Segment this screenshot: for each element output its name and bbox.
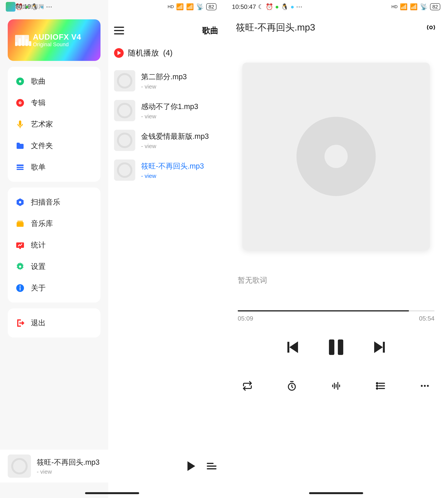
moon-icon: ☾ xyxy=(258,3,264,10)
cast-button[interactable] xyxy=(426,22,436,33)
qq-icon: 🐧 xyxy=(281,3,288,10)
disc-icon xyxy=(296,117,376,196)
equalizer-button[interactable] xyxy=(330,380,342,392)
more-icon: ⋯ xyxy=(46,3,52,10)
playback-controls xyxy=(224,339,448,355)
sidebar-item-label: 统计 xyxy=(31,240,46,250)
left-screenshot: 白羌资源网 10:50:19 ☾ ⏰ ● 🐧 ● ⋯ HD 📶 📶 📡 82 A… xyxy=(0,0,224,498)
queue-button[interactable] xyxy=(375,380,386,392)
more-icon: ⋯ xyxy=(296,3,302,10)
now-playing-title: 筱旺-不再回头.mp3 xyxy=(236,21,315,34)
next-button[interactable] xyxy=(374,341,385,353)
song-artist: - view xyxy=(141,143,218,149)
sidebar-item-label: 歌单 xyxy=(31,162,46,172)
svg-rect-16 xyxy=(20,287,20,290)
seek-bar[interactable] xyxy=(238,310,434,311)
watermark-text: 白羌资源网 xyxy=(16,3,44,10)
equalizer-icon xyxy=(15,34,31,46)
battery-level: 82 xyxy=(430,3,440,10)
gesture-bar xyxy=(85,492,139,494)
play-circle-icon xyxy=(114,48,124,58)
song-info: 感动不了你1.mp3- view xyxy=(141,102,218,120)
bottom-toolbar xyxy=(224,380,448,392)
sidebar-item-stats[interactable]: 统计 xyxy=(8,234,100,256)
sidebar-item-record[interactable]: 专辑 xyxy=(8,92,100,113)
sidebar-item-scan[interactable]: 扫描音乐 xyxy=(8,191,100,213)
stats-icon xyxy=(16,241,25,250)
signal-icon-2: 📶 xyxy=(410,3,418,10)
song-artist: - view xyxy=(141,83,218,90)
sidebar-item-info[interactable]: 关于 xyxy=(8,277,100,299)
menu-button[interactable] xyxy=(114,27,124,34)
sidebar-item-mic[interactable]: 艺术家 xyxy=(8,113,100,135)
more-button[interactable] xyxy=(419,380,431,392)
app-dot-icon: ● xyxy=(275,3,279,10)
shuffle-play-button[interactable]: 随机播放(4) xyxy=(108,36,224,66)
song-title: 感动不了你1.mp3 xyxy=(141,102,218,112)
sidebar-item-label: 歌曲 xyxy=(31,76,46,86)
audiofx-card[interactable]: AUDIOFX V4 Original Sound xyxy=(8,19,100,61)
sidebar-item-label: 设置 xyxy=(31,262,46,272)
wifi-icon: 📡 xyxy=(420,3,428,10)
signal-icon: 📶 xyxy=(400,3,408,10)
song-info: 金钱爱情最新版.mp3- view xyxy=(141,131,218,149)
sidebar-drawer: AUDIOFX V4 Original Sound 歌曲专辑艺术家文件夹歌单 扫… xyxy=(0,0,108,498)
mini-queue-button[interactable] xyxy=(207,463,216,469)
mini-track-title: 筱旺-不再回头.mp3 xyxy=(37,457,182,467)
pause-button[interactable] xyxy=(329,339,343,355)
battery-level: 82 xyxy=(206,3,216,10)
sidebar-item-folder[interactable]: 文件夹 xyxy=(8,135,100,156)
signal-icon: 📶 xyxy=(176,3,184,10)
svg-point-24 xyxy=(424,385,426,387)
sidebar-item-exit[interactable]: 退出 xyxy=(8,312,100,334)
audiofx-title: AUDIOFX V4 xyxy=(33,33,100,41)
status-left-group: 10:50:47 ☾ ⏰ ● 🐧 ● ⋯ xyxy=(232,3,302,10)
sidebar-item-label: 文件夹 xyxy=(31,141,53,151)
sidebar-group-exit: 退出 xyxy=(8,308,100,337)
svg-rect-9 xyxy=(17,222,24,227)
repeat-button[interactable] xyxy=(241,380,253,392)
song-artist: - view xyxy=(141,113,218,120)
signal-hd-icon: HD xyxy=(391,4,398,9)
time-total: 05:54 xyxy=(419,315,434,322)
seek-fill xyxy=(238,310,409,311)
mini-play-button[interactable] xyxy=(188,461,195,471)
watermark-logo xyxy=(6,2,16,12)
song-row[interactable]: 筱旺-不再回头.mp3- view xyxy=(108,155,224,185)
alarm-icon: ⏰ xyxy=(266,3,273,10)
song-info: 第二部分.mp3- view xyxy=(141,72,218,90)
sidebar-item-label: 关于 xyxy=(31,283,46,293)
svg-point-4 xyxy=(19,102,21,103)
sidebar-item-playlist[interactable]: 歌单 xyxy=(8,156,100,178)
right-screenshot: 10:50:47 ☾ ⏰ ● 🐧 ● ⋯ HD 📶 📶 📡 82 筱旺-不再回头… xyxy=(224,0,448,498)
svg-point-8 xyxy=(19,201,21,203)
mini-player[interactable]: 筱旺-不再回头.mp3 - view xyxy=(0,450,224,482)
sidebar-item-disc[interactable]: 歌曲 xyxy=(8,71,100,92)
shuffle-count: (4) xyxy=(163,48,173,57)
sidebar-item-library[interactable]: 音乐库 xyxy=(8,213,100,234)
song-title: 筱旺-不再回头.mp3 xyxy=(141,161,218,171)
song-info: 筱旺-不再回头.mp3- view xyxy=(141,161,218,179)
song-row[interactable]: 金钱爱情最新版.mp3- view xyxy=(108,126,224,155)
gesture-bar xyxy=(309,492,363,494)
song-row[interactable]: 第二部分.mp3- view xyxy=(108,66,224,96)
page-title: 歌曲 xyxy=(202,25,218,36)
sidebar-group-tools: 扫描音乐音乐库统计设置关于 xyxy=(8,188,100,303)
song-row[interactable]: 感动不了你1.mp3- view xyxy=(108,96,224,126)
exit-icon xyxy=(16,318,25,328)
sleep-timer-button[interactable] xyxy=(286,380,298,392)
status-bar-right: 10:50:47 ☾ ⏰ ● 🐧 ● ⋯ HD 📶 📶 📡 82 xyxy=(224,0,448,14)
lyrics-text: 暂无歌词 xyxy=(224,250,448,285)
shuffle-label: 随机播放 xyxy=(128,48,159,58)
scan-icon xyxy=(16,198,25,207)
previous-button[interactable] xyxy=(288,341,298,353)
svg-point-22 xyxy=(376,388,378,389)
mini-album-art xyxy=(8,454,31,478)
svg-point-20 xyxy=(376,383,378,384)
time-labels: 05:09 05:54 xyxy=(238,315,434,322)
svg-point-21 xyxy=(376,385,378,387)
sidebar-item-settings[interactable]: 设置 xyxy=(8,256,100,277)
svg-point-1 xyxy=(19,80,21,82)
svg-point-17 xyxy=(19,286,21,287)
library-icon xyxy=(16,219,25,228)
